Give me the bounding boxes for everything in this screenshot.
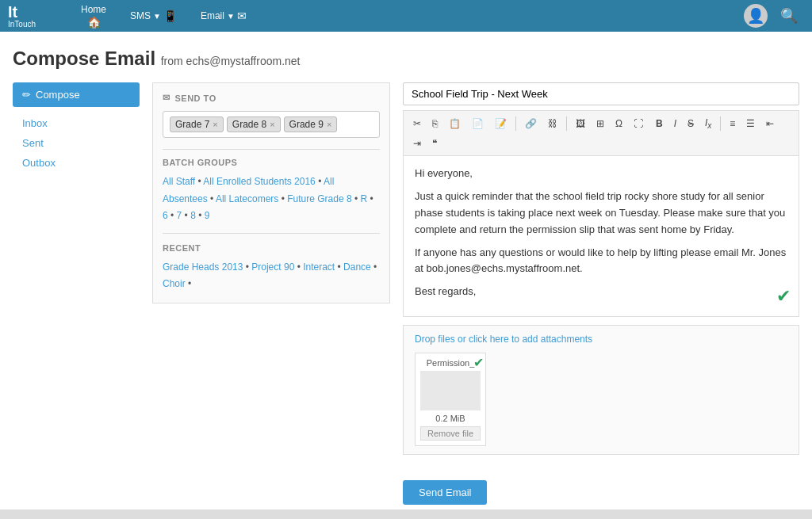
email-body-editor[interactable]: Hi everyone, Just a quick reminder that … <box>403 155 799 317</box>
page-title-text: Compose Email <box>13 48 155 69</box>
avatar-icon: 👤 <box>747 7 764 25</box>
mail-icon: ✉ <box>163 93 170 103</box>
attachment-area[interactable]: Drop files or click here to add attachme… <box>403 325 799 455</box>
page-content: Compose Email from echs@mystaffroom.net … <box>0 32 812 519</box>
attachment-file: ✔ Permission_ 0.2 MiB Remove file <box>415 353 486 446</box>
compose-label: Compose <box>36 89 80 101</box>
nav-sms-label: SMS <box>130 10 151 21</box>
page-title: Compose Email from echs@mystaffroom.net <box>13 48 799 70</box>
email-line-body: Just a quick reminder that the school fi… <box>415 189 787 238</box>
sidebar-item-sent[interactable]: Sent <box>13 133 140 153</box>
user-avatar[interactable]: 👤 <box>744 4 768 28</box>
toolbar-paste-plain[interactable]: 📄 <box>467 115 488 132</box>
nav-email[interactable]: Email ▼ ✉ <box>191 6 256 25</box>
remove-tag-grade9[interactable]: × <box>327 120 331 129</box>
brand-it-text: It <box>8 4 17 20</box>
remove-tag-grade7[interactable]: × <box>213 120 217 129</box>
send-to-title: ✉ SEND TO <box>163 93 380 103</box>
search-button[interactable]: 🔍 <box>774 4 804 28</box>
toolbar-blockquote[interactable]: ❝ <box>427 135 442 152</box>
tag-grade8[interactable]: Grade 8 × <box>227 116 281 132</box>
recent-choir[interactable]: Choir <box>163 278 186 289</box>
toolbar-unordered-list[interactable]: ☰ <box>741 115 760 132</box>
email-nav-icon: ✉ <box>237 10 247 22</box>
sidebar-item-outbox[interactable]: Outbox <box>13 153 140 173</box>
toolbar-paste[interactable]: 📋 <box>444 115 465 132</box>
attachment-preview <box>420 371 481 410</box>
batch-link-9[interactable]: 9 <box>205 210 210 221</box>
toolbar-strikethrough[interactable]: S <box>683 115 699 132</box>
tag-grade7[interactable]: Grade 7 × <box>170 116 224 132</box>
toolbar-fullscreen[interactable]: ⛶ <box>629 115 648 132</box>
recent-label: RECENT <box>163 243 380 253</box>
brand-intouch-text: InTouch <box>8 20 36 29</box>
toolbar-copy[interactable]: ⎘ <box>427 115 442 132</box>
remove-file-button[interactable]: Remove file <box>420 426 481 441</box>
tag-grade9[interactable]: Grade 9 × <box>284 116 338 132</box>
toolbar-table[interactable]: ⊞ <box>592 115 609 132</box>
attachment-file-name: Permission_ <box>420 358 481 368</box>
recent-project90[interactable]: Project 90 <box>251 261 294 273</box>
batch-link-enrolled[interactable]: All Enrolled Students 2016 <box>203 176 315 187</box>
toolbar-special-char[interactable]: Ω <box>611 115 627 132</box>
recent-dance[interactable]: Dance <box>343 261 371 273</box>
nav-home[interactable]: Home 🏠 <box>71 1 116 32</box>
middle-panel: ✉ SEND TO Grade 7 × Grade 8 × Grade 9 × … <box>152 82 390 303</box>
toolbar-italic[interactable]: I <box>669 115 681 132</box>
toolbar-sep-2 <box>566 116 567 131</box>
search-icon: 🔍 <box>780 8 798 24</box>
toolbar-ordered-list[interactable]: ≡ <box>725 115 740 132</box>
email-line-greeting: Hi everyone, <box>415 166 787 182</box>
email-toolbar: ✂ ⎘ 📋 📄 📝 🔗 ⛓ 🖼 ⊞ Ω ⛶ B I S Ix ≡ <box>403 110 799 155</box>
batch-link-future-grade8[interactable]: Future Grade 8 <box>287 193 351 204</box>
main-layout: ✏ Compose Inbox Sent Outbox ✉ SEND TO Gr… <box>13 82 799 505</box>
batch-link-6[interactable]: 6 <box>163 210 168 221</box>
toolbar-indent[interactable]: ⇥ <box>408 135 426 152</box>
email-line-questions: If anyone has any questions or would lik… <box>415 245 787 278</box>
toolbar-outdent[interactable]: ⇤ <box>761 115 779 132</box>
batch-link-latecomers[interactable]: All Latecomers <box>216 193 278 204</box>
nav-sms[interactable]: SMS ▼ 📱 <box>121 6 186 25</box>
batch-link-r[interactable]: R <box>360 193 367 204</box>
dropdown-arrow-email: ▼ <box>227 12 235 21</box>
sidebar-item-inbox[interactable]: Inbox <box>13 113 140 133</box>
nav-email-label: Email <box>201 10 224 21</box>
toolbar-unlink[interactable]: ⛓ <box>543 115 562 132</box>
toolbar-image[interactable]: 🖼 <box>571 115 590 132</box>
top-navigation: It InTouch Home 🏠 SMS ▼ 📱 Email ▼ ✉ 👤 🔍 <box>0 0 812 32</box>
toolbar-link[interactable]: 🔗 <box>520 115 542 132</box>
send-to-tags[interactable]: Grade 7 × Grade 8 × Grade 9 × <box>163 111 380 138</box>
recent-grade-heads[interactable]: Grade Heads 2013 <box>163 261 243 273</box>
batch-link-8[interactable]: 8 <box>190 210 196 221</box>
recent-links: Grade Heads 2013 • Project 90 • Interact… <box>163 259 380 293</box>
nav-items: Home 🏠 SMS ▼ 📱 Email ▼ ✉ <box>71 1 744 32</box>
toolbar-sep-1 <box>515 116 516 131</box>
toolbar-bold[interactable]: B <box>651 115 668 132</box>
toolbar-cut[interactable]: ✂ <box>408 115 426 132</box>
dropdown-arrow-sms: ▼ <box>153 12 161 21</box>
compose-button[interactable]: ✏ Compose <box>13 82 140 107</box>
email-line-regards: Best regards, <box>415 284 787 300</box>
divider-1 <box>163 149 380 150</box>
spell-check-icon[interactable]: ✔ <box>776 282 791 310</box>
attachment-drop-text[interactable]: Drop files or click here to add attachme… <box>415 334 787 345</box>
remove-tag-grade8[interactable]: × <box>270 120 274 129</box>
sms-icon: 📱 <box>163 10 177 22</box>
home-icon: 🏠 <box>87 16 101 29</box>
brand-logo[interactable]: It InTouch <box>8 4 56 29</box>
divider-2 <box>163 233 380 234</box>
attachment-check-icon: ✔ <box>473 355 484 370</box>
bottom-scrollbar[interactable] <box>0 509 812 519</box>
subject-input[interactable] <box>403 82 799 105</box>
recent-interact[interactable]: Interact <box>303 261 335 273</box>
batch-link-all-staff[interactable]: All Staff <box>163 176 195 187</box>
nav-right: 👤 🔍 <box>744 4 804 28</box>
compose-icon: ✏ <box>22 89 31 101</box>
attachment-size: 0.2 MiB <box>420 414 481 423</box>
nav-home-label: Home <box>81 4 106 15</box>
email-panel: ✂ ⎘ 📋 📄 📝 🔗 ⛓ 🖼 ⊞ Ω ⛶ B I S Ix ≡ <box>403 82 799 505</box>
toolbar-clear-format[interactable]: Ix <box>700 114 716 133</box>
toolbar-paste-word[interactable]: 📝 <box>490 115 511 132</box>
batch-groups-links: All Staff • All Enrolled Students 2016 •… <box>163 174 380 225</box>
send-email-button[interactable]: Send Email <box>403 480 487 505</box>
